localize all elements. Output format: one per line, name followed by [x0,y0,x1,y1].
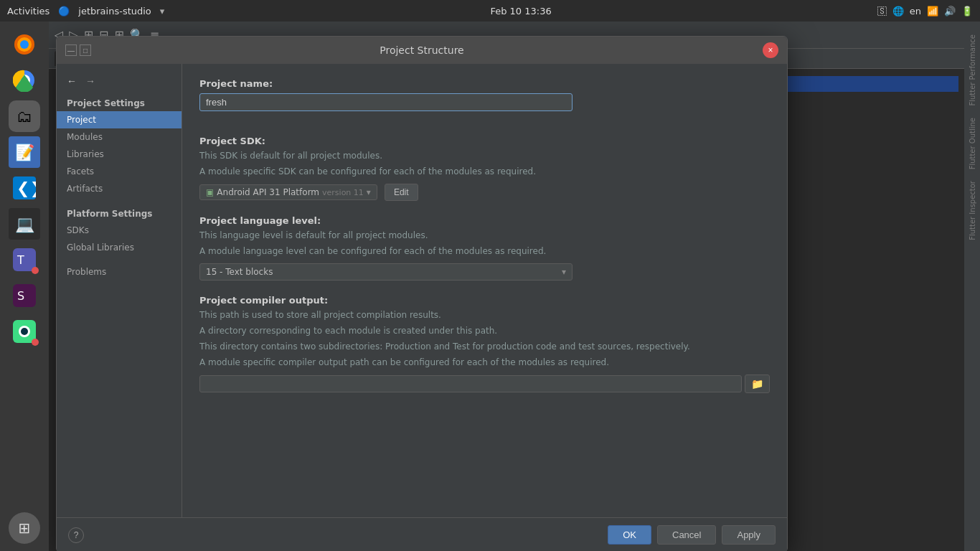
dialog-maximize-btn[interactable]: □ [80,44,91,56]
chrome-icon [13,69,36,92]
nav-item-artifacts[interactable]: Artifacts [57,180,182,197]
dialog-titlebar: — □ Project Structure × [57,37,787,64]
dock-files[interactable]: 🗂 [9,100,40,132]
cancel-btn[interactable]: Cancel [657,525,716,545]
right-panel-labels: Flutter Performance Flutter Outline Flut… [964,22,980,551]
footer-right: OK Cancel Apply [608,525,776,545]
dock-chrome[interactable] [9,65,40,96]
folder-browse-btn[interactable]: 📁 [745,375,770,393]
close-icon: × [768,45,773,55]
sdk-edit-btn[interactable]: Edit [385,184,418,201]
jetbrains-label[interactable]: jetbrains-studio [78,6,151,17]
help-btn[interactable]: ? [68,527,84,543]
right-label-flutter-inspector[interactable]: Flutter Inspector [967,175,978,246]
nav-separator-1 [57,197,182,204]
writer-icon: 📝 [15,143,34,161]
lang-level-desc-1: This language level is default for all p… [199,229,770,242]
project-sdk-label: Project SDK: [199,136,770,146]
sdk-desc-1: This SDK is default for all project modu… [199,149,770,162]
firefox-icon [13,33,36,56]
dock-firefox[interactable] [9,29,40,60]
compiler-desc-2: A directory corresponding to each module… [199,324,770,337]
compiler-output-label: Project compiler output: [199,295,770,306]
compiler-output-input[interactable] [199,375,742,392]
ok-btn[interactable]: OK [608,525,651,545]
apply-btn[interactable]: Apply [722,525,776,545]
nav-item-facets[interactable]: Facets [57,163,182,180]
project-structure-dialog: — □ Project Structure × ← → [56,36,788,551]
android-badge [32,339,39,346]
vscode-icon: ❮❯ [13,176,36,199]
lang-level-label: Project language level: [199,215,770,226]
dock-android-studio[interactable] [9,316,40,347]
battery-icon[interactable]: 🔋 [961,6,973,17]
svg-point-2 [20,40,29,49]
nav-forward-btn[interactable]: → [83,74,98,88]
sdk-dropdown-arrow: ▾ [367,187,371,197]
network-icon[interactable]: 🌐 [892,6,904,17]
nav-item-project[interactable]: Project [57,111,182,128]
sdk-desc-2: A module specific SDK can be configured … [199,165,770,178]
help-icon: ? [74,530,79,540]
dock-apps[interactable]: ⊞ [9,512,40,544]
lang-level-dropdown-arrow: ▾ [562,267,566,277]
dialog-body: ← → Project Settings Project Modules Lib… [57,64,787,517]
taskbar-datetime: Feb 10 13:36 [490,6,551,17]
right-label-flutter-performance[interactable]: Flutter Performance [967,29,978,112]
dock-teams[interactable]: T [9,244,40,276]
nav-item-problems[interactable]: Problems [57,263,182,281]
nav-separator-2 [57,256,182,263]
lang-label[interactable]: en [910,6,921,17]
project-settings-section-label: Project Settings [57,94,182,111]
activities-label[interactable]: Activities [7,6,50,17]
svg-text:T: T [17,253,24,267]
dialog-container: — □ Project Structure × ← → [49,22,964,551]
svg-point-14 [21,328,28,335]
compiler-desc-3: This directory contains two subdirectori… [199,340,770,353]
folder-icon: 📁 [751,378,763,390]
volume-icon[interactable]: 🔊 [944,6,956,17]
sdk-select-dropdown[interactable]: ▣ Android API 31 Platform version 11 ▾ [199,184,377,200]
dialog-win-btns: — □ [65,44,108,56]
project-name-input[interactable] [199,93,573,111]
teams-badge [32,267,39,274]
skype-icon[interactable]: 🇸 [877,6,887,17]
dialog-minimize-btn[interactable]: — [65,44,77,56]
apps-grid-icon: ⊞ [19,519,31,537]
terminal-icon: 💻 [15,215,34,233]
dialog-content: Project name: Project SDK: This SDK is d… [182,64,787,517]
back-arrow-icon: ← [67,75,77,87]
taskbar-left: Activities 🔵 jetbrains-studio ▾ [7,6,164,17]
slack-icon: S [13,284,36,307]
dock-vscode[interactable]: ❮❯ [9,172,40,204]
nav-item-libraries[interactable]: Libraries [57,146,182,163]
dialog-close-btn[interactable]: × [763,42,778,58]
compiler-output-row: 📁 [199,375,770,393]
dock-writer[interactable]: 📝 [9,136,40,168]
dock-terminal[interactable]: 💻 [9,208,40,240]
dialog-footer: ? OK Cancel Apply [57,517,787,551]
right-label-flutter-outline[interactable]: Flutter Outline [967,112,978,175]
dialog-title: Project Structure [108,44,735,56]
wifi-icon[interactable]: 📶 [927,6,938,17]
files-icon: 🗂 [17,108,32,126]
svg-text:❮❯: ❮❯ [17,179,36,198]
nav-item-sdks[interactable]: SDKs [57,222,182,239]
nav-item-global-libraries[interactable]: Global Libraries [57,239,182,256]
dock-slack[interactable]: S [9,280,40,311]
dialog-close-area: × [735,42,778,58]
nav-item-modules[interactable]: Modules [57,128,182,146]
sdk-row: ▣ Android API 31 Platform version 11 ▾ E… [199,184,770,201]
project-name-label: Project name: [199,78,770,89]
lang-level-value: 15 - Text blocks [206,267,562,277]
nav-back-btn[interactable]: ← [64,74,80,88]
taskbar-icon: 🔵 [58,6,70,17]
svg-text:S: S [17,289,24,303]
sdk-android-icon: ▣ [206,187,214,197]
footer-left: ? [68,527,84,543]
lang-level-dropdown[interactable]: 15 - Text blocks ▾ [199,263,573,281]
platform-settings-section-label: Platform Settings [57,204,182,222]
jetbrains-dropdown-icon[interactable]: ▾ [160,6,165,17]
taskbar-right: 🇸 🌐 en 📶 🔊 🔋 [877,6,973,17]
sdk-select-text: Android API 31 Platform [217,187,319,197]
